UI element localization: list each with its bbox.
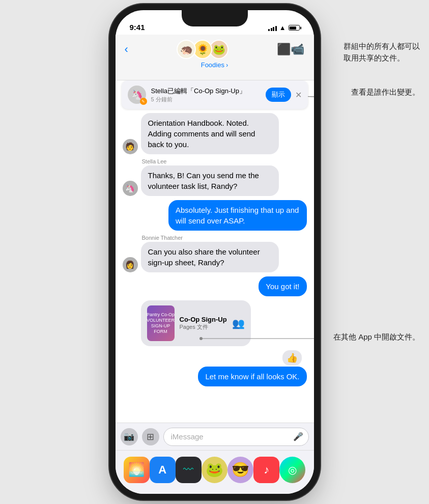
message-bubble-wrap: Absolutely. Just finishing that up and w… [168, 200, 307, 231]
signal-bar-4 [275, 26, 277, 31]
chevron-icon: › [226, 61, 228, 69]
mic-icon[interactable]: 🎤 [293, 428, 303, 446]
message-text: You got it! [266, 282, 299, 291]
message-row: 🦄 Stella Lee Thanks, B! Can you send me … [123, 158, 307, 196]
message-bubble: Can you also share the volunteer sign-up… [141, 242, 279, 272]
avatar: 🧑 [123, 139, 138, 154]
message-text: Can you also share the volunteer sign-up… [148, 247, 260, 267]
facetime-button[interactable]: ⬛📹 [277, 43, 304, 56]
banner-time: 5 分鐘前 [151, 96, 262, 103]
avatar: 👩 [123, 257, 138, 272]
dock-memoji1-icon[interactable]: 🐸 [202, 457, 227, 483]
message-row: Pantry Co-Op VOLUNTEER SIGN-UP FORM Co-O… [123, 300, 307, 346]
doc-name: Co-Op Sign-Up [180, 316, 227, 323]
fitness-icon: ◎ [288, 464, 297, 476]
battery-icon [289, 25, 300, 31]
soundanalysis-icon: 〰 [183, 464, 193, 475]
shared-banner: 🦄 ✎ Stella已編輯「Co-Op Sign-Up」 5 分鐘前 顯示 ✕ [122, 80, 308, 109]
notch [182, 10, 248, 26]
message-row-final: 👍 Let me know if all looks OK. [123, 350, 307, 386]
signal-bars-icon [268, 25, 277, 31]
message-bubble-wrap: Bonnie Thatcher Can you also share the v… [141, 235, 279, 272]
sender-name: Stella Lee [141, 158, 279, 164]
group-name[interactable]: Foodies › [201, 61, 228, 69]
message-bubble: Absolutely. Just finishing that up and w… [168, 200, 307, 231]
photos-icon: 🌅 [128, 462, 145, 478]
doc-bubble[interactable]: Pantry Co-Op VOLUNTEER SIGN-UP FORM Co-O… [141, 300, 251, 346]
annotation-3: 在其他 App 中開啟文件。 [333, 332, 420, 342]
dock-appstore-icon[interactable]: A [150, 457, 176, 483]
messages-area[interactable]: 🧑 Orientation Handbook. Noted. Adding co… [116, 108, 314, 428]
message-text: Let me know if all looks OK. [205, 372, 299, 381]
memoji2-icon: 😎 [232, 461, 249, 478]
doc-thumbnail-text: Pantry Co-Op VOLUNTEER SIGN-UP FORM [147, 312, 175, 334]
apps-icon: ⊞ [147, 431, 154, 442]
phone-frame: 9:41 ▲ ‹ 🦔 🌻 🐸 [116, 10, 314, 494]
annotation-2-text: 查看是誰作出變更。 [351, 88, 420, 96]
message-bubble: You got it! [259, 276, 306, 296]
message-text: Orientation Handbook. Noted. Adding comm… [148, 119, 255, 149]
message-bubble-wrap: You got it! [259, 276, 306, 296]
annotation-1-content: 群組中的所有人都可以取用共享的文件。 [344, 41, 420, 64]
signal-bar-2 [271, 28, 272, 31]
tapback-bubble: 👍 [282, 350, 302, 366]
message-input[interactable]: iMessage 🎤 [163, 428, 309, 446]
dock-fitness-icon[interactable]: ◎ [279, 457, 305, 483]
show-button[interactable]: 顯示 [266, 88, 291, 102]
edit-icon: ✎ [140, 98, 147, 105]
input-placeholder: iMessage [171, 428, 204, 446]
dock-music-icon[interactable]: ♪ [253, 457, 279, 483]
status-icons: ▲ [268, 24, 299, 32]
music-icon: ♪ [264, 463, 269, 477]
message-row: 🧑 Orientation Handbook. Noted. Adding co… [123, 113, 307, 154]
signal-bar-1 [268, 29, 270, 31]
message-bubble-wrap: Let me know if all looks OK. [198, 367, 306, 386]
message-row: You got it! [123, 276, 307, 296]
camera-button[interactable]: 📷 [121, 428, 138, 445]
avatar: 🦄 [123, 181, 138, 196]
back-button[interactable]: ‹ [125, 43, 128, 56]
camera-icon: 📷 [124, 431, 134, 442]
nav-top: ‹ 🦔 🌻 🐸 ⬛📹 [116, 35, 314, 59]
dock-soundanalysis-icon[interactable]: 〰 [176, 457, 202, 483]
apps-button[interactable]: ⊞ [142, 428, 159, 445]
tapback-icon: 👍 [287, 353, 298, 363]
battery-fill [290, 26, 296, 30]
avatar-1: 🦔 [177, 40, 196, 59]
dock: 🌅 A 〰 🐸 😎 ♪ ◎ [116, 450, 314, 494]
annotation-1: 群組中的所有人都可以取用共享的文件。 [344, 41, 420, 64]
wifi-icon: ▲ [279, 24, 286, 32]
banner-avatar: 🦄 ✎ [128, 86, 146, 104]
doc-info: Co-Op Sign-Up Pages 文件 [180, 316, 227, 331]
message-row: 👩 Bonnie Thatcher Can you also share the… [123, 235, 307, 272]
page-wrapper: 9:41 ▲ ‹ 🦔 🌻 🐸 [0, 0, 429, 504]
banner-title: Stella已編輯「Co-Op Sign-Up」 [151, 87, 262, 96]
nav-bar: ‹ 🦔 🌻 🐸 ⬛📹 Foodies › [116, 35, 314, 80]
message-bubble: Orientation Handbook. Noted. Adding comm… [141, 113, 279, 154]
message-bubble-wrap: Orientation Handbook. Noted. Adding comm… [141, 113, 279, 154]
message-row: Absolutely. Just finishing that up and w… [123, 200, 307, 231]
nav-avatars[interactable]: 🦔 🌻 🐸 [177, 40, 228, 59]
tapback-container: 👍 [282, 350, 302, 366]
dock-memoji2-icon[interactable]: 😎 [227, 457, 253, 483]
collab-icon[interactable]: 👥 [232, 317, 245, 329]
sender-name: Bonnie Thatcher [141, 235, 279, 241]
signal-bar-3 [273, 27, 274, 31]
message-bubble-wrap: Stella Lee Thanks, B! Can you send me th… [141, 158, 279, 196]
annotation-1-text: 群組中的所有人都可以取用共享的文件。 [344, 41, 420, 64]
message-bubble: Thanks, B! Can you send me the volunteer… [141, 165, 279, 196]
banner-text: Stella已編輯「Co-Op Sign-Up」 5 分鐘前 [151, 87, 262, 103]
message-text: Absolutely. Just finishing that up and w… [176, 206, 299, 225]
status-time: 9:41 [130, 23, 145, 32]
dock-photos-icon[interactable]: 🌅 [124, 457, 150, 483]
annotation-3-text: 在其他 App 中開啟文件。 [333, 332, 420, 341]
doc-thumbnail: Pantry Co-Op VOLUNTEER SIGN-UP FORM [147, 305, 175, 341]
memoji1-icon: 🐸 [206, 461, 223, 478]
input-bar: 📷 ⊞ iMessage 🎤 [116, 423, 314, 450]
close-button[interactable]: ✕ [295, 90, 302, 100]
doc-type: Pages 文件 [180, 323, 227, 331]
annotation-2: 查看是誰作出變更。 [351, 88, 420, 97]
message-text: Thanks, B! Can you send me the volunteer… [148, 171, 259, 190]
appstore-icon: A [158, 463, 166, 477]
message-bubble: Let me know if all looks OK. [198, 367, 306, 386]
